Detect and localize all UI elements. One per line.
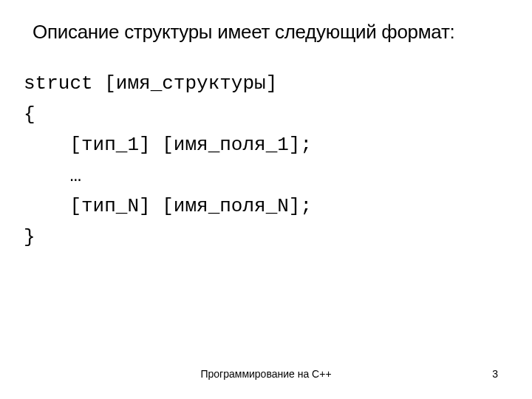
slide-container: Описание структуры имеет следующий форма…: [0, 0, 532, 399]
slide-title: Описание структуры имеет следующий форма…: [22, 21, 510, 44]
code-line-ellipsis: …: [24, 161, 510, 192]
footer-text: Программирование на С++: [0, 368, 532, 380]
page-number: 3: [492, 368, 498, 380]
code-line-close-brace: }: [24, 222, 510, 253]
code-line-struct: struct [имя_структуры]: [24, 69, 510, 100]
code-block: struct [имя_структуры] { [тип_1] [имя_по…: [22, 69, 510, 253]
code-line-field-n: [тип_N] [имя_поля_N];: [24, 191, 510, 222]
code-line-open-brace: {: [24, 100, 510, 131]
code-line-field-1: [тип_1] [имя_поля_1];: [24, 130, 510, 161]
